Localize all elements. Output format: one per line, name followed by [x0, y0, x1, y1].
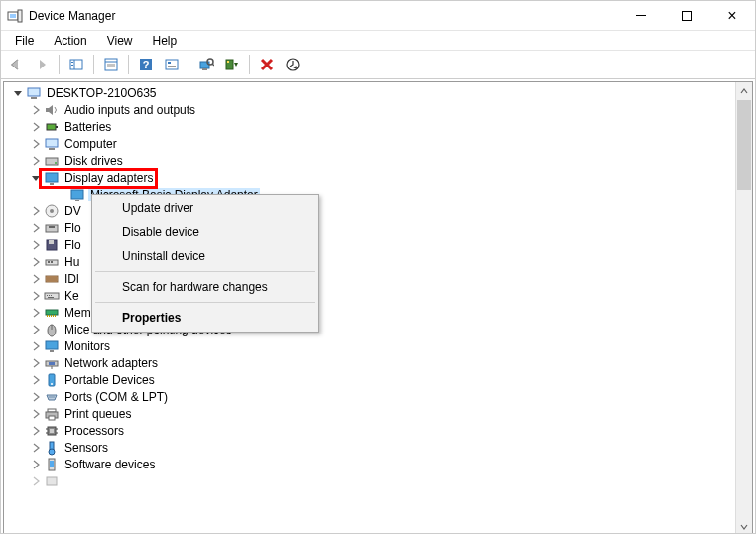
context-menu-scan[interactable]: Scan for hardware changes [94, 275, 316, 299]
tree-item-ports[interactable]: Ports (COM & LPT) [4, 388, 734, 405]
close-button[interactable]: × [709, 1, 755, 31]
add-legacy-hardware-button[interactable] [220, 53, 244, 76]
forward-button[interactable] [30, 53, 54, 76]
tree-root[interactable]: DESKTOP-210O635 [4, 84, 734, 101]
tree-item-audio[interactable]: Audio inputs and outputs [4, 101, 734, 118]
chevron-down-icon[interactable] [10, 85, 26, 101]
tree-item-computer[interactable]: Computer [4, 135, 734, 152]
tree-item-label: Hu [63, 255, 81, 269]
chevron-right-icon[interactable] [28, 338, 44, 354]
titlebar: Device Manager × [1, 1, 755, 31]
monitor-icon [44, 338, 60, 354]
svg-rect-26 [56, 126, 58, 128]
svg-rect-5 [71, 62, 73, 63]
uninstall-button[interactable] [255, 53, 279, 76]
tree-item-disk-drives[interactable]: Disk drives [4, 152, 734, 169]
chevron-right-icon[interactable] [28, 457, 44, 472]
svg-point-66 [51, 383, 53, 385]
tree-item-software-devices[interactable]: Software devices [4, 456, 734, 472]
chevron-right-icon[interactable] [28, 305, 44, 321]
svg-rect-38 [49, 226, 55, 228]
context-menu-properties[interactable]: Properties [94, 306, 316, 330]
chevron-right-icon[interactable] [28, 119, 44, 135]
minimize-button[interactable] [618, 1, 664, 31]
tree-item-cutoff[interactable] [4, 472, 734, 489]
menu-help[interactable]: Help [145, 32, 186, 50]
network-icon [44, 355, 60, 371]
chevron-right-icon[interactable] [28, 372, 44, 388]
computer-icon [44, 136, 60, 152]
svg-rect-72 [49, 416, 55, 420]
tree-item-print-queues[interactable]: Print queues [4, 405, 734, 422]
help-button[interactable]: ? [134, 53, 158, 76]
chevron-right-icon[interactable] [28, 203, 44, 219]
svg-rect-28 [49, 148, 55, 150]
scroll-down-button[interactable] [736, 518, 752, 534]
processor-icon [44, 423, 60, 439]
properties-button[interactable] [99, 53, 123, 76]
disk-drive-icon [44, 153, 60, 169]
back-button[interactable] [4, 53, 28, 76]
tree-item-portable[interactable]: Portable Devices [4, 371, 734, 388]
chevron-right-icon[interactable] [28, 220, 44, 236]
tree-item-batteries[interactable]: Batteries [4, 118, 734, 135]
tree-item-sensors[interactable]: Sensors [4, 439, 734, 456]
chevron-right-icon[interactable] [28, 254, 44, 270]
tree-item-processors[interactable]: Processors [4, 422, 734, 439]
tree-item-label: Computer [63, 137, 119, 151]
chevron-right-icon[interactable] [28, 153, 44, 169]
svg-rect-33 [71, 190, 83, 199]
show-hide-console-tree-button[interactable] [64, 53, 88, 76]
chevron-right-icon[interactable] [28, 406, 44, 422]
action-button[interactable] [160, 53, 184, 76]
chevron-right-icon[interactable] [28, 355, 44, 371]
context-menu-update-driver[interactable]: Update driver [94, 197, 316, 220]
tree-item-label: Network adapters [63, 356, 160, 370]
tree-item-monitors[interactable]: Monitors [4, 337, 734, 354]
chevron-down-icon[interactable] [28, 170, 44, 186]
svg-rect-27 [46, 139, 58, 147]
scan-hardware-button[interactable] [194, 53, 218, 76]
chevron-right-icon[interactable] [28, 271, 44, 287]
software-device-icon [44, 457, 60, 472]
chevron-right-icon[interactable] [28, 440, 44, 456]
svg-rect-40 [49, 240, 54, 244]
floppy-icon [44, 220, 60, 236]
tree-item-network[interactable]: Network adapters [4, 354, 734, 371]
svg-rect-55 [51, 315, 52, 317]
chevron-right-icon[interactable] [28, 423, 44, 439]
chevron-right-icon[interactable] [28, 473, 44, 489]
svg-rect-51 [48, 297, 54, 298]
maximize-button[interactable] [664, 1, 709, 31]
hid-icon [44, 254, 60, 270]
update-driver-button[interactable] [281, 53, 305, 76]
menu-file[interactable]: File [7, 32, 42, 50]
tree-item-display-adapters[interactable]: Display adapters [4, 169, 734, 186]
vertical-scrollbar[interactable] [735, 82, 752, 534]
chevron-right-icon[interactable] [28, 288, 44, 304]
svg-rect-32 [50, 183, 54, 185]
sensor-icon [44, 440, 60, 456]
scrollbar-thumb[interactable] [737, 100, 751, 190]
battery-icon [44, 119, 60, 135]
chevron-right-icon[interactable] [28, 237, 44, 253]
chevron-right-icon[interactable] [28, 322, 44, 337]
scroll-up-button[interactable] [736, 82, 752, 99]
tree-item-label: Monitors [63, 339, 112, 353]
tree-item-label: Portable Devices [63, 373, 157, 387]
context-menu-uninstall-device[interactable]: Uninstall device [94, 244, 316, 268]
menu-action[interactable]: Action [46, 32, 94, 50]
chevron-right-icon[interactable] [28, 389, 44, 405]
svg-point-69 [53, 396, 54, 397]
tree-item-label: Flo [63, 238, 83, 252]
svg-rect-53 [47, 315, 48, 317]
tree-item-label: Print queues [63, 407, 133, 421]
context-menu-disable-device[interactable]: Disable device [94, 220, 316, 244]
menu-view[interactable]: View [99, 32, 141, 50]
chevron-right-icon[interactable] [28, 136, 44, 152]
chevron-right-icon[interactable] [28, 102, 44, 118]
svg-rect-24 [31, 97, 37, 99]
toolbar-separator [189, 55, 189, 74]
context-menu-separator [95, 271, 315, 272]
speaker-icon [44, 102, 60, 118]
